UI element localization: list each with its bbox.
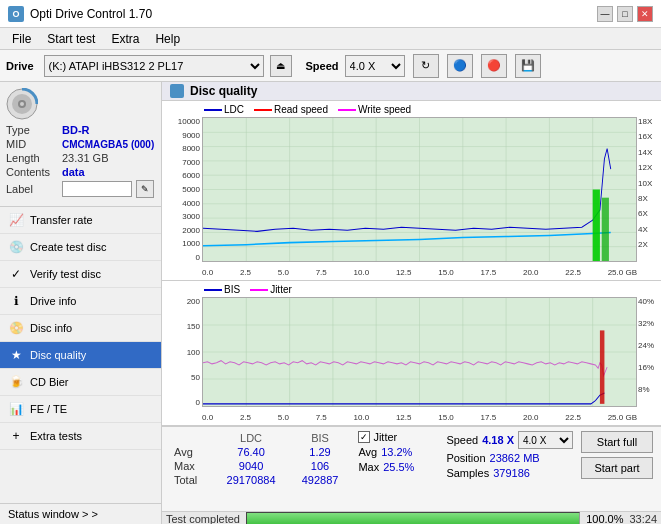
disc-panel: Type BD-R MID CMCMAGBA5 (000) Length 23.… xyxy=(0,82,161,207)
disc-info-icon: 📀 xyxy=(8,320,24,336)
verify-test-disc-icon: ✓ xyxy=(8,266,24,282)
sidebar-item-fe-te[interactable]: 📊 FE / TE xyxy=(0,396,161,423)
app-title: Opti Drive Control 1.70 xyxy=(30,7,152,21)
max-row-label: Max xyxy=(170,459,212,473)
svg-point-3 xyxy=(20,102,24,106)
stats-table: LDC BIS Avg 76.40 1.29 Max 9040 106 xyxy=(170,431,350,487)
minimize-button[interactable]: — xyxy=(597,6,613,22)
jitter-label: Jitter xyxy=(373,431,397,443)
speed-position-section: Speed 4.18 X 4.0 X Position 23862 MB Sam… xyxy=(446,431,573,479)
sidebar-item-extra-tests[interactable]: + Extra tests xyxy=(0,423,161,450)
bottom-y-left: 200 150 100 50 0 xyxy=(162,297,202,407)
top-legend: LDC Read speed Write speed xyxy=(204,104,411,115)
sidebar-item-transfer-rate[interactable]: 📈 Transfer rate xyxy=(0,207,161,234)
disc-quality-icon: ★ xyxy=(8,347,24,363)
top-chart-inner xyxy=(202,117,637,262)
ldc-legend: LDC xyxy=(204,104,244,115)
disc-quality-header-icon xyxy=(170,84,184,98)
speed-value: 4.18 X xyxy=(482,434,514,446)
close-button[interactable]: ✕ xyxy=(637,6,653,22)
status-window-item[interactable]: Status window > > xyxy=(0,503,161,524)
sidebar-item-create-test-disc[interactable]: 💿 Create test disc xyxy=(0,234,161,261)
bis-legend: BIS xyxy=(204,284,240,295)
eject-button[interactable]: ⏏ xyxy=(270,55,292,77)
cd-bier-label: CD Bier xyxy=(30,376,69,388)
disc-icon xyxy=(6,88,38,120)
disc-info-label: Disc info xyxy=(30,322,72,334)
sidebar-item-drive-info[interactable]: ℹ Drive info xyxy=(0,288,161,315)
label-edit-button[interactable]: ✎ xyxy=(136,180,154,198)
contents-row: Contents data xyxy=(6,166,155,178)
save-button[interactable]: 💾 xyxy=(515,54,541,78)
refresh-button[interactable]: ↻ xyxy=(413,54,439,78)
verify-test-disc-label: Verify test disc xyxy=(30,268,101,280)
total-bis: 492887 xyxy=(290,473,351,487)
start-buttons: Start full Start part xyxy=(581,431,653,479)
nav-items: 📈 Transfer rate 💿 Create test disc ✓ Ver… xyxy=(0,207,161,450)
drive-info-icon: ℹ xyxy=(8,293,24,309)
total-ldc: 29170884 xyxy=(212,473,289,487)
sidebar-item-verify-test-disc[interactable]: ✓ Verify test disc xyxy=(0,261,161,288)
app-icon: O xyxy=(8,6,24,22)
progress-percent: 100.0% xyxy=(586,513,623,524)
svg-rect-36 xyxy=(600,330,605,403)
transfer-rate-label: Transfer rate xyxy=(30,214,93,226)
bottom-y-right: 40% 32% 24% 16% 8% xyxy=(637,297,661,407)
extra-tests-icon: + xyxy=(8,428,24,444)
start-full-button[interactable]: Start full xyxy=(581,431,653,453)
speed-select[interactable]: 4.0 X xyxy=(345,55,405,77)
bis-color xyxy=(204,289,222,291)
contents-value: data xyxy=(62,166,85,178)
speed-dropdown[interactable]: 4.0 X xyxy=(518,431,573,449)
progress-bar-container: Test completed 100.0% 33:24 xyxy=(162,511,661,524)
type-row: Type BD-R xyxy=(6,124,155,136)
bis-col-header: BIS xyxy=(290,431,351,445)
max-ldc: 9040 xyxy=(212,459,289,473)
maximize-button[interactable]: □ xyxy=(617,6,633,22)
write-speed-color xyxy=(338,109,356,111)
drive-info-label: Drive info xyxy=(30,295,76,307)
settings-button2[interactable]: 🔴 xyxy=(481,54,507,78)
samples-label: Samples xyxy=(446,467,489,479)
jitter-checkbox[interactable]: ✓ xyxy=(358,431,370,443)
mid-row: MID CMCMAGBA5 (000) xyxy=(6,138,155,150)
status-text: Test completed xyxy=(166,513,240,524)
top-chart-svg xyxy=(203,118,636,261)
sidebar-item-disc-info[interactable]: 📀 Disc info xyxy=(0,315,161,342)
bottom-chart-svg xyxy=(203,298,636,406)
top-y-right: 18X 16X 14X 12X 10X 8X 6X 4X 2X xyxy=(637,117,661,262)
disc-quality-label: Disc quality xyxy=(30,349,86,361)
settings-button1[interactable]: 🔵 xyxy=(447,54,473,78)
top-x-labels: 0.0 2.5 5.0 7.5 10.0 12.5 15.0 17.5 20.0… xyxy=(202,268,637,277)
main-layout: Type BD-R MID CMCMAGBA5 (000) Length 23.… xyxy=(0,82,661,524)
disc-header xyxy=(6,88,155,120)
jitter-color xyxy=(250,289,268,291)
read-speed-legend: Read speed xyxy=(254,104,328,115)
drive-toolbar: Drive (K:) ATAPI iHBS312 2 PL17 ⏏ Speed … xyxy=(0,50,661,82)
fe-te-label: FE / TE xyxy=(30,403,67,415)
extra-tests-label: Extra tests xyxy=(30,430,82,442)
menu-start-test[interactable]: Start test xyxy=(39,30,103,48)
write-speed-legend: Write speed xyxy=(338,104,411,115)
start-part-button[interactable]: Start part xyxy=(581,457,653,479)
ldc-color xyxy=(204,109,222,111)
jitter-avg-value: 13.2% xyxy=(381,446,412,458)
samples-value: 379186 xyxy=(493,467,530,479)
progress-bar-fill xyxy=(247,513,579,524)
disc-fields: Type BD-R MID CMCMAGBA5 (000) Length 23.… xyxy=(6,124,155,198)
menu-help[interactable]: Help xyxy=(147,30,188,48)
menu-file[interactable]: File xyxy=(4,30,39,48)
jitter-max-row: Max 25.5% xyxy=(358,461,438,473)
drive-select[interactable]: (K:) ATAPI iHBS312 2 PL17 xyxy=(44,55,264,77)
label-input[interactable] xyxy=(62,181,132,197)
title-bar-controls: — □ ✕ xyxy=(597,6,653,22)
disc-quality-title: Disc quality xyxy=(190,84,257,98)
svg-rect-23 xyxy=(602,198,609,261)
status-window-label: Status window > > xyxy=(8,508,98,520)
sidebar-item-cd-bier[interactable]: 🍺 CD Bier xyxy=(0,369,161,396)
cd-bier-icon: 🍺 xyxy=(8,374,24,390)
sidebar-item-disc-quality[interactable]: ★ Disc quality xyxy=(0,342,161,369)
menu-extra[interactable]: Extra xyxy=(103,30,147,48)
jitter-avg-label: Avg xyxy=(358,446,377,458)
top-chart-container: LDC Read speed Write speed 10000 9000 xyxy=(162,101,661,281)
